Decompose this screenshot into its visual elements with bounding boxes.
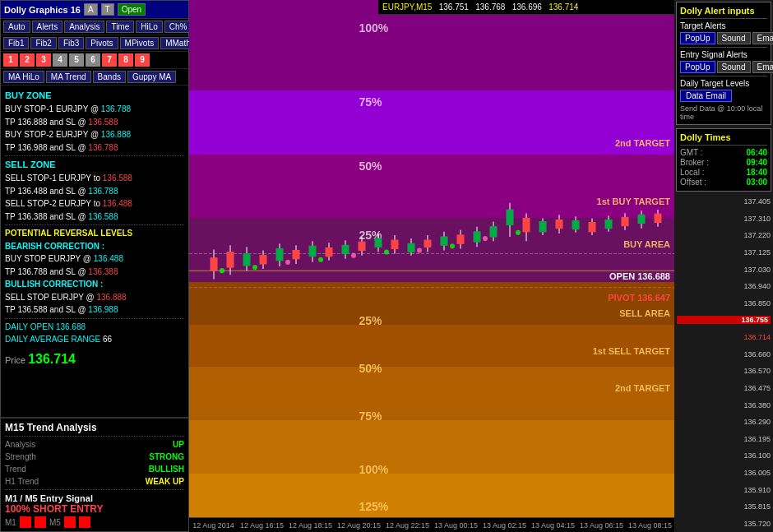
num-9[interactable]: 9 xyxy=(135,53,150,67)
num-1[interactable]: 1 xyxy=(3,53,18,67)
m5-sq2 xyxy=(79,516,90,528)
price-tick-live: 136.714 xyxy=(677,333,771,341)
price-tick-7: 136.660 xyxy=(677,350,771,359)
price-tick-3: 137.125 xyxy=(677,248,771,257)
divider2 xyxy=(5,224,184,225)
entry-sound-btn[interactable]: Sound xyxy=(717,61,751,73)
btn-guppyma[interactable]: Guppy MA xyxy=(127,71,176,83)
m1-sq1 xyxy=(20,516,31,528)
svg-rect-16 xyxy=(309,246,316,256)
svg-point-63 xyxy=(351,253,356,258)
svg-rect-10 xyxy=(260,256,266,264)
entry-popup-btn[interactable]: PopUp xyxy=(680,61,715,73)
num-5[interactable]: 5 xyxy=(69,53,84,67)
btn-analysis[interactable]: Analysis xyxy=(64,21,104,33)
offset-row: Offset : 03:00 xyxy=(680,178,767,187)
toolbar-row2: Fib1 Fib2 Fib3 Pivots MPivots MMath xyxy=(1,35,188,52)
btn-ch[interactable]: Ch% xyxy=(164,21,192,33)
btn-a[interactable]: A xyxy=(84,3,98,16)
btn-t[interactable]: T xyxy=(101,3,114,16)
bullish-title: BULLISH CORRECTION : xyxy=(5,278,184,291)
btn-alerts[interactable]: Alerts xyxy=(32,21,63,33)
sell-stop1-tp: TP 136.488 and SL @ 136.788 xyxy=(5,185,184,198)
target-alert-btns: PopUp Sound Email xyxy=(680,32,767,44)
num-8[interactable]: 8 xyxy=(118,53,133,67)
data-email-btn[interactable]: Data Email xyxy=(680,90,732,102)
price-tick-14: 136.005 xyxy=(677,469,771,477)
price-tick-16: 135.815 xyxy=(677,502,771,511)
sell-stop2-tp: TP 136.388 and SL @ 136.588 xyxy=(5,210,184,224)
btn-mahilo[interactable]: MA HiLo xyxy=(3,71,44,83)
local-row: Local : 18:40 xyxy=(680,168,767,177)
divider3 xyxy=(5,318,184,319)
bullish-tp: TP 136.588 and SL @ 136.988 xyxy=(5,303,184,317)
btn-mpivots[interactable]: MPivots xyxy=(120,37,160,49)
num-4[interactable]: 4 xyxy=(53,53,67,67)
svg-point-65 xyxy=(417,247,422,252)
analysis-row: Analysis UP xyxy=(5,438,184,451)
price-tick-11: 136.290 xyxy=(677,418,771,426)
entry-signal-label: Entry Signal Alerts xyxy=(680,50,767,59)
send-data-text: Send Data @ 10:00 local time xyxy=(680,104,767,121)
buy-zone-title: BUY ZONE xyxy=(5,89,184,103)
btn-open[interactable]: Open xyxy=(118,3,146,16)
svg-rect-58 xyxy=(655,214,661,222)
price-label: Price xyxy=(5,355,28,365)
daily-avg-row: DAILY AVERAGE RANGE 66 xyxy=(5,333,184,346)
daily-open-row: DAILY OPEN 136.688 xyxy=(5,321,184,334)
num-6[interactable]: 6 xyxy=(86,53,100,67)
price-tick-2: 137.220 xyxy=(677,231,771,239)
svg-rect-44 xyxy=(539,221,546,231)
svg-rect-36 xyxy=(474,232,480,242)
entry-email-btn[interactable]: Email xyxy=(752,61,774,73)
btn-matrend[interactable]: MA Trend xyxy=(46,71,91,83)
m1-sq2 xyxy=(35,516,46,528)
price-tick-current: 136.755 xyxy=(677,316,771,324)
bearish-buy: BUY STOP EURJPY @ 136.488 xyxy=(5,252,184,266)
svg-rect-28 xyxy=(408,243,414,252)
btn-bands[interactable]: Bands xyxy=(93,71,126,83)
sell-stop1: SELL STOP-1 EURJPY to 136.588 xyxy=(5,172,184,185)
price-tick-9: 136.475 xyxy=(677,384,771,392)
svg-rect-50 xyxy=(589,223,595,232)
svg-rect-6 xyxy=(227,252,234,268)
svg-rect-34 xyxy=(457,235,464,243)
target-sound-btn[interactable]: Sound xyxy=(717,32,751,44)
price-val: 136.714 xyxy=(28,352,76,366)
btn-auto[interactable]: Auto xyxy=(3,21,30,33)
svg-point-66 xyxy=(450,243,455,248)
price-tick-12: 136.195 xyxy=(677,435,771,443)
buy-stop1: BUY STOP-1 EURJPY @ 136.788 xyxy=(5,103,184,116)
num-7[interactable]: 7 xyxy=(102,53,117,67)
svg-point-67 xyxy=(483,236,488,241)
btn-fib2[interactable]: Fib2 xyxy=(30,37,56,49)
svg-rect-46 xyxy=(556,220,562,228)
num-2[interactable]: 2 xyxy=(20,53,35,67)
svg-rect-56 xyxy=(638,215,645,223)
btn-fib3[interactable]: Fib3 xyxy=(58,37,84,49)
btn-pivots[interactable]: Pivots xyxy=(86,37,118,49)
daily-target-label: Daily Target Levels xyxy=(680,79,767,88)
toolbar-row3: MA HiLo MA Trend Bands Guppy MA xyxy=(1,69,188,86)
broker-row: Broker : 09:40 xyxy=(680,158,767,167)
price-tick-17: 135.720 xyxy=(677,520,771,528)
strength-row: Strength STRONG xyxy=(5,451,184,463)
entry-val: 100% SHORT ENTRY xyxy=(5,503,184,515)
target-email-btn[interactable]: Email xyxy=(752,32,774,44)
chart-top-bar: EURJPY,M15 136.751 136.768 136.696 136.7… xyxy=(378,0,674,15)
svg-rect-20 xyxy=(342,245,349,253)
svg-rect-48 xyxy=(572,220,579,229)
svg-rect-14 xyxy=(293,250,299,258)
target-popup-btn[interactable]: PopUp xyxy=(680,32,715,44)
h1-trend-row: H1 Trend WEAK UP xyxy=(5,475,184,488)
times-title: Dolly Times xyxy=(680,132,767,142)
btn-time[interactable]: Time xyxy=(106,21,134,33)
candlestick-chart xyxy=(189,0,674,532)
num-3[interactable]: 3 xyxy=(36,53,51,67)
btn-hilo[interactable]: HiLo xyxy=(136,21,163,33)
btn-fib1[interactable]: Fib1 xyxy=(3,37,29,49)
right-panel: Dolly Alert inputs Target Alerts PopUp S… xyxy=(674,0,773,532)
price-tick-8: 136.570 xyxy=(677,367,771,375)
signals-panel: BUY ZONE BUY STOP-1 EURJPY @ 136.788 TP … xyxy=(1,86,188,464)
trend-panel: M15 Trend Analysis Analysis UP Strength … xyxy=(0,417,189,532)
